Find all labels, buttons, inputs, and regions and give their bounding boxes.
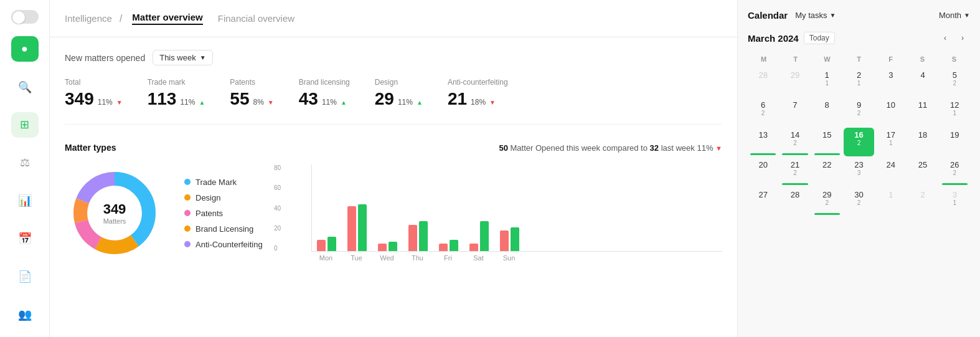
day-number: 1 bbox=[888, 190, 893, 199]
sidebar-item-users[interactable]: 👥 bbox=[11, 301, 39, 327]
legend-item: Design bbox=[184, 193, 271, 202]
sidebar-item-search[interactable]: 🔍 bbox=[11, 74, 39, 100]
calendar-day[interactable]: 25 bbox=[907, 158, 938, 186]
bar-group bbox=[317, 237, 336, 251]
sidebar-item-balance[interactable]: ⚖ bbox=[11, 150, 39, 176]
day-count: 2 bbox=[857, 110, 861, 116]
calendar-day[interactable]: 19 bbox=[940, 128, 970, 156]
calendar-day[interactable]: 9 2 bbox=[844, 98, 874, 126]
stat-pct: 11% bbox=[180, 98, 195, 107]
donut-center: 349 Matters bbox=[103, 201, 126, 225]
tab-matter-overview[interactable]: Matter overview bbox=[132, 12, 202, 25]
month-year-label: March 2024 bbox=[748, 33, 799, 44]
tab-financial-overview[interactable]: Financial overview bbox=[218, 13, 294, 24]
day-number: 2 bbox=[857, 70, 861, 80]
calendar-day[interactable]: 24 bbox=[875, 158, 906, 186]
calendar-day[interactable]: 23 3 bbox=[844, 158, 874, 186]
legend-label: Patents bbox=[196, 209, 223, 218]
prev-month-button[interactable]: ‹ bbox=[938, 31, 953, 45]
day-number: 21 bbox=[791, 160, 799, 169]
day-number: 3 bbox=[888, 70, 893, 80]
content-area: New matters opened This week ▼ Total 349… bbox=[50, 37, 737, 337]
day-count: 1 bbox=[953, 110, 957, 116]
calendar-day[interactable]: 28 bbox=[748, 68, 778, 97]
bar-red bbox=[347, 206, 356, 251]
today-button[interactable]: Today bbox=[804, 32, 835, 44]
calendar-day[interactable]: 22 bbox=[812, 158, 842, 186]
day-of-week-label: T bbox=[780, 53, 811, 65]
sidebar-item-chart[interactable]: 📊 bbox=[11, 188, 39, 214]
stat-label: Patents bbox=[230, 78, 273, 87]
bar-red bbox=[469, 244, 478, 251]
stat-item: Anti-counterfeiting 21 18% ▼ bbox=[448, 78, 508, 109]
sidebar-item-calendar[interactable]: 📅 bbox=[11, 226, 39, 252]
stat-label: Anti-counterfeiting bbox=[448, 78, 508, 87]
calendar-day[interactable]: 2 bbox=[907, 187, 938, 216]
toggle-switch[interactable] bbox=[11, 10, 39, 24]
bar-red bbox=[378, 244, 387, 251]
calendar-day[interactable]: 1 1 bbox=[812, 68, 842, 97]
calendar-day[interactable]: 5 2 bbox=[940, 68, 970, 97]
day-of-week-label: S bbox=[907, 53, 938, 65]
calendar-day[interactable]: 6 2 bbox=[748, 98, 778, 126]
calendar-day[interactable]: 27 bbox=[748, 187, 778, 216]
breadcrumb-intelligence[interactable]: Intelligence bbox=[65, 13, 112, 24]
calendar-day[interactable]: 3 bbox=[875, 68, 906, 97]
month-selector[interactable]: Month ▼ bbox=[939, 11, 970, 20]
calendar-day[interactable]: 7 bbox=[780, 98, 810, 126]
calendar-day[interactable]: 18 bbox=[907, 128, 938, 156]
calendar-day[interactable]: 11 bbox=[907, 98, 938, 126]
bar-group bbox=[347, 204, 367, 251]
next-month-button[interactable]: › bbox=[955, 31, 970, 45]
day-number: 22 bbox=[822, 160, 831, 169]
calendar-day[interactable]: 29 bbox=[780, 68, 810, 97]
calendar-week: 28 29 1 1 2 1 3 4 5 2 bbox=[748, 68, 970, 97]
day-count: 1 bbox=[825, 80, 829, 87]
calendar-day[interactable]: 20 bbox=[748, 158, 778, 186]
tasks-chevron-icon: ▼ bbox=[830, 12, 836, 19]
calendar-day[interactable]: 1 bbox=[875, 187, 906, 216]
day-number: 29 bbox=[822, 190, 831, 199]
day-number: 6 bbox=[761, 100, 765, 110]
calendar-day[interactable]: 13 bbox=[748, 128, 778, 156]
calendar-day[interactable]: 3 1 bbox=[940, 187, 970, 216]
calendar-day[interactable]: 16 2 bbox=[844, 128, 874, 156]
calendar-day[interactable]: 30 2 bbox=[844, 187, 874, 216]
day-number: 9 bbox=[857, 100, 861, 110]
legend-dot bbox=[184, 241, 191, 247]
stat-label: Brand licensing bbox=[299, 78, 350, 87]
calendar-day[interactable]: 12 1 bbox=[940, 98, 970, 126]
calendar-day[interactable]: 8 bbox=[812, 98, 842, 126]
calendar-day[interactable]: 21 2 bbox=[780, 158, 810, 186]
day-number: 2 bbox=[920, 190, 925, 199]
stat-value-row: 55 8% ▼ bbox=[230, 89, 273, 109]
sidebar-item-grid[interactable]: ⊞ bbox=[11, 112, 39, 138]
calendar-day[interactable]: 28 bbox=[780, 187, 810, 216]
legend-label: Brand Licensing bbox=[196, 224, 253, 234]
x-axis-labels: MonTueWedThuFriSatSun bbox=[291, 252, 722, 262]
calendar-day[interactable]: 14 2 bbox=[780, 128, 810, 156]
calendar-day[interactable]: 10 bbox=[875, 98, 906, 126]
day-number: 30 bbox=[854, 190, 863, 199]
day-number: 3 bbox=[953, 190, 957, 199]
calendar-day[interactable]: 29 2 bbox=[812, 187, 842, 216]
x-axis-label: Tue bbox=[347, 254, 366, 262]
y-axis-label: 0 bbox=[274, 245, 281, 252]
stat-number: 43 bbox=[299, 89, 318, 109]
sidebar-item-home[interactable]: ● bbox=[11, 36, 39, 62]
calendar-day[interactable]: 17 1 bbox=[875, 128, 906, 156]
bar-green bbox=[450, 240, 458, 251]
sidebar-item-document[interactable]: 📄 bbox=[11, 263, 39, 289]
calendar-day[interactable]: 4 bbox=[907, 68, 938, 97]
day-count: 2 bbox=[761, 110, 765, 116]
stat-number: 349 bbox=[65, 89, 94, 109]
stat-label: Design bbox=[375, 78, 423, 87]
week-selector[interactable]: This week ▼ bbox=[153, 50, 212, 65]
stat-pct: 11% bbox=[398, 98, 413, 107]
day-number: 7 bbox=[793, 100, 797, 110]
stat-item: Trade mark 113 11% ▲ bbox=[148, 78, 205, 109]
calendar-day[interactable]: 15 bbox=[812, 128, 842, 156]
calendar-day[interactable]: 2 1 bbox=[844, 68, 874, 97]
my-tasks-filter[interactable]: My tasks ▼ bbox=[795, 11, 836, 20]
calendar-day[interactable]: 26 2 bbox=[940, 158, 970, 186]
